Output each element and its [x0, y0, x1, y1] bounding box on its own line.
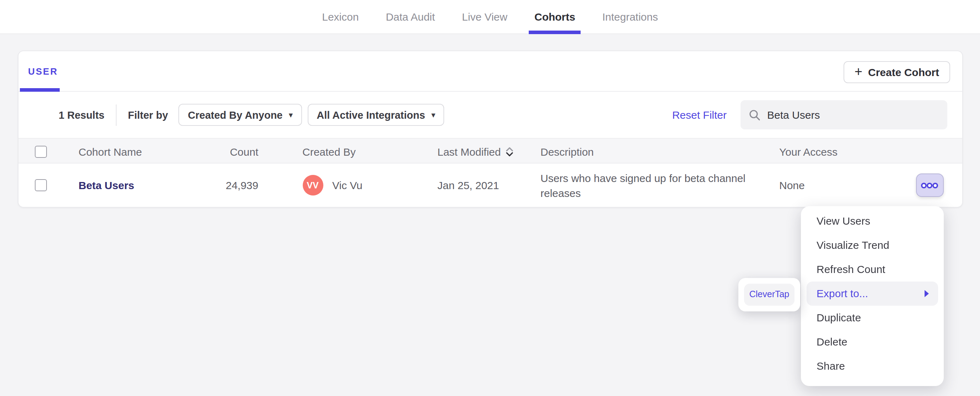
integrations-dropdown[interactable]: All Active Integrations ▾: [307, 104, 444, 126]
menu-item-view-users[interactable]: View Users: [801, 209, 944, 233]
sort-icon: [506, 147, 513, 156]
created-by-dropdown[interactable]: Created By Anyone ▾: [179, 104, 302, 126]
top-navigation: Lexicon Data Audit Live View Cohorts Int…: [0, 0, 980, 34]
tab-user[interactable]: USER: [28, 66, 58, 77]
submenu-arrow-icon: [924, 290, 929, 297]
active-tab-underline: [19, 88, 59, 92]
menu-item-duplicate[interactable]: Duplicate: [801, 306, 944, 330]
menu-item-refresh-count[interactable]: Refresh Count: [801, 257, 944, 281]
header-count: Count: [196, 139, 258, 164]
cohorts-page: Lexicon Data Audit Live View Cohorts Int…: [0, 0, 980, 396]
header-created-by: Created By: [302, 139, 356, 164]
row-checkbox-cell: [35, 163, 46, 207]
description-cell: Users who have signed up for beta channe…: [541, 163, 761, 207]
row-checkbox[interactable]: [35, 179, 46, 191]
plus-icon: +: [854, 65, 862, 78]
header-last-modified[interactable]: Last Modified: [438, 139, 513, 164]
results-count: 1 Results: [59, 109, 105, 120]
menu-item-share[interactable]: Share: [801, 354, 944, 378]
row-actions-button[interactable]: [916, 174, 943, 197]
tab-data-audit[interactable]: Data Audit: [386, 0, 435, 34]
your-access-cell: None: [779, 163, 805, 207]
search-input[interactable]: [767, 109, 939, 121]
three-dots-icon: [921, 182, 938, 189]
card-tab-strip: USER + Create Cohort: [18, 51, 962, 92]
menu-item-visualize-trend[interactable]: Visualize Trend: [801, 233, 944, 257]
context-menu: View Users Visualize Trend Refresh Count…: [801, 206, 944, 386]
integrations-dropdown-label: All Active Integrations: [317, 109, 425, 120]
menu-item-export-to[interactable]: Export to...: [807, 281, 938, 306]
header-last-modified-label: Last Modified: [438, 145, 501, 158]
tab-lexicon[interactable]: Lexicon: [322, 0, 358, 34]
filter-by-label: Filter by: [128, 109, 168, 120]
header-your-access: Your Access: [779, 139, 837, 164]
create-cohort-button[interactable]: + Create Cohort: [844, 61, 950, 83]
vertical-divider: [116, 104, 116, 126]
last-modified-cell: Jan 25, 2021: [438, 163, 499, 207]
tab-cohorts[interactable]: Cohorts: [535, 0, 575, 34]
created-by-dropdown-label: Created By Anyone: [188, 109, 283, 120]
menu-item-delete[interactable]: Delete: [801, 330, 944, 354]
export-submenu: CleverTap: [738, 278, 800, 311]
description-text: Users who have signed up for beta channe…: [541, 170, 761, 200]
search-box[interactable]: [740, 100, 947, 129]
created-by-cell: VV Vic Vu: [302, 163, 363, 207]
menu-item-export-to-label: Export to...: [816, 287, 868, 299]
filter-bar: 1 Results Filter by Created By Anyone ▾ …: [18, 92, 962, 138]
tab-live-view[interactable]: Live View: [462, 0, 508, 34]
chevron-down-icon: ▾: [431, 111, 435, 119]
created-by-name: Vic Vu: [332, 179, 363, 191]
select-all-checkbox[interactable]: [35, 145, 46, 158]
tab-integrations[interactable]: Integrations: [602, 0, 658, 34]
table-row: Beta Users 24,939 VV Vic Vu Jan 25, 2021…: [18, 163, 962, 207]
submenu-item-clevertap[interactable]: CleverTap: [744, 284, 794, 306]
cohort-name-link[interactable]: Beta Users: [78, 179, 134, 191]
cohorts-card: USER + Create Cohort 1 Results Filter by…: [18, 51, 963, 208]
chevron-down-icon: ▾: [289, 111, 293, 119]
count-cell: 24,939: [196, 163, 258, 207]
header-description: Description: [541, 139, 761, 164]
search-icon: [749, 109, 760, 120]
reset-filter-link[interactable]: Reset Filter: [672, 109, 727, 121]
select-all-checkbox-cell: [35, 139, 46, 164]
create-cohort-label: Create Cohort: [868, 66, 939, 78]
avatar: VV: [302, 175, 323, 195]
header-cohort-name: Cohort Name: [78, 139, 142, 164]
table-header: Cohort Name Count Created By Last Modifi…: [18, 138, 962, 163]
cohort-name-cell: Beta Users: [78, 163, 134, 207]
